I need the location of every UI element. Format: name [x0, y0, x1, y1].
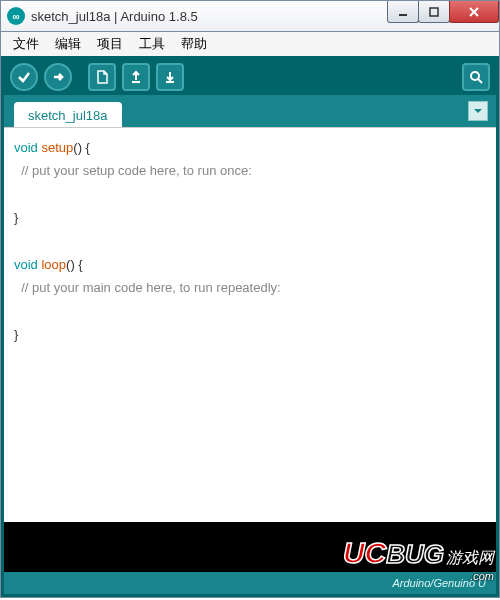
menu-file[interactable]: 文件	[5, 33, 47, 55]
code-line	[14, 230, 486, 253]
code-line: void setup() {	[14, 136, 486, 159]
svg-rect-2	[132, 81, 140, 83]
window-titlebar: ∞ sketch_jul18a | Arduino 1.8.5	[0, 0, 500, 32]
status-bar: Arduino/Genuino U	[4, 572, 496, 594]
code-line	[14, 183, 486, 206]
maximize-button[interactable]	[418, 1, 450, 23]
code-line: void loop() {	[14, 253, 486, 276]
code-line	[14, 300, 486, 323]
serial-monitor-button[interactable]	[462, 63, 490, 91]
open-button[interactable]	[122, 63, 150, 91]
board-info: Arduino/Genuino U	[392, 577, 486, 589]
svg-rect-3	[166, 81, 174, 83]
verify-button[interactable]	[10, 63, 38, 91]
new-button[interactable]	[88, 63, 116, 91]
window-controls	[388, 1, 499, 23]
save-button[interactable]	[156, 63, 184, 91]
tab-active[interactable]: sketch_jul18a	[14, 102, 122, 127]
code-line: }	[14, 323, 486, 346]
menu-bar: 文件 编辑 项目 工具 帮助	[0, 32, 500, 56]
close-button[interactable]	[449, 1, 499, 23]
tab-bar: sketch_jul18a	[4, 95, 496, 127]
menu-tools[interactable]: 工具	[131, 33, 173, 55]
app-frame: sketch_jul18a void setup() { // put your…	[0, 56, 500, 598]
minimize-button[interactable]	[387, 1, 419, 23]
chevron-down-icon	[472, 105, 484, 117]
menu-help[interactable]: 帮助	[173, 33, 215, 55]
svg-rect-0	[399, 14, 407, 16]
upload-button[interactable]	[44, 63, 72, 91]
output-console[interactable]	[4, 522, 496, 572]
window-title: sketch_jul18a | Arduino 1.8.5	[31, 9, 198, 24]
code-line: // put your main code here, to run repea…	[14, 276, 486, 299]
tab-menu-button[interactable]	[468, 101, 488, 121]
toolbar	[4, 59, 496, 95]
code-line: // put your setup code here, to run once…	[14, 159, 486, 182]
code-line: }	[14, 206, 486, 229]
svg-point-4	[471, 72, 479, 80]
menu-edit[interactable]: 编辑	[47, 33, 89, 55]
arduino-logo-icon: ∞	[7, 7, 25, 25]
code-editor[interactable]: void setup() { // put your setup code he…	[4, 127, 496, 522]
svg-rect-1	[430, 8, 438, 16]
menu-project[interactable]: 项目	[89, 33, 131, 55]
